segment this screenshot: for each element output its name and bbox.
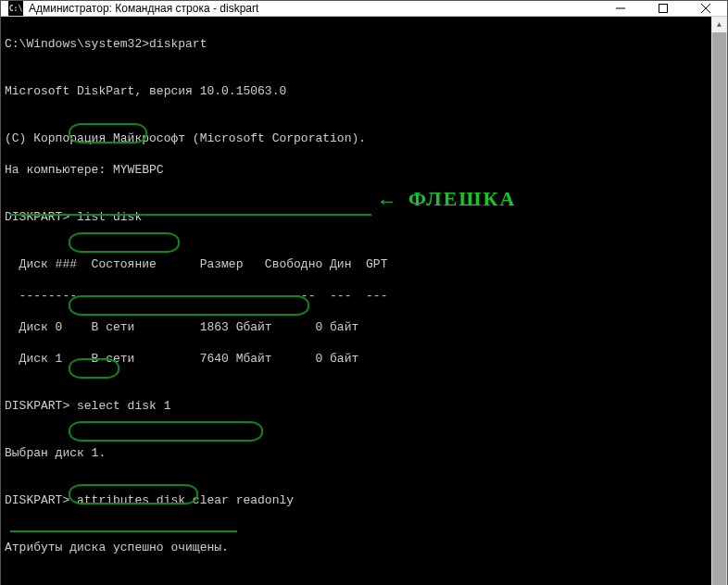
command: attributes disk clear readonly (77, 493, 294, 507)
annotation-circle (69, 421, 263, 442)
table-row: Диск 0 В сети 1863 Gбайт 0 байт (5, 319, 708, 335)
prompt-line: DISKPART> select disk 1 (5, 398, 708, 414)
table-row: -------- ------------- ------- ------- -… (5, 288, 708, 304)
window-controls (599, 1, 727, 16)
command: select disk 1 (77, 399, 170, 413)
vertical-scrollbar[interactable]: ▲ ▼ (711, 17, 727, 585)
scroll-thumb[interactable] (712, 32, 726, 585)
prompt-line: DISKPART> list disk (5, 209, 708, 225)
table-header: Диск ### Состояние Размер Свободно Дин G… (5, 256, 708, 272)
output-line: C:\Windows\system32>diskpart (5, 36, 708, 52)
scroll-up-button[interactable]: ▲ (711, 17, 727, 32)
output-line: Атрибуты диска успешно очищены. (5, 540, 708, 555)
prompt: DISKPART> (5, 399, 77, 413)
scroll-track[interactable] (711, 32, 727, 585)
table-row: Диск 1 В сети 7640 Mбайт 0 байт (5, 351, 708, 367)
output-line: Microsoft DiskPart, версия 10.0.15063.0 (5, 83, 708, 99)
output-line: Выбран диск 1. (5, 445, 708, 461)
prompt: DISKPART> (5, 493, 77, 507)
annotation-handwriting: ФЛЕШКА (408, 191, 516, 206)
cmd-icon: C:\ (8, 1, 23, 16)
cmd-window: C:\ Администратор: Командная строка - di… (0, 0, 728, 585)
svg-rect-1 (659, 5, 668, 13)
terminal-content[interactable]: C:\Windows\system32>diskpart Microsoft D… (1, 17, 711, 585)
maximize-button[interactable] (642, 1, 684, 16)
output-line: На компьютере: MYWEBPC (5, 162, 708, 178)
annotation-circle (69, 232, 180, 253)
titlebar[interactable]: C:\ Администратор: Командная строка - di… (1, 1, 727, 17)
annotation-underline (10, 530, 237, 532)
prompt: DISKPART> (5, 210, 77, 224)
terminal-wrap: C:\Windows\system32>diskpart Microsoft D… (1, 17, 727, 585)
command: list disk (77, 210, 142, 224)
close-button[interactable] (684, 1, 727, 16)
window-title: Администратор: Командная строка - diskpa… (29, 2, 599, 15)
prompt-line: DISKPART> attributes disk clear readonly (5, 492, 708, 508)
minimize-button[interactable] (599, 1, 642, 16)
output-line: (C) Корпорация Майкрософт (Microsoft Cor… (5, 131, 708, 146)
annotation-arrow-icon: ← (381, 194, 393, 210)
